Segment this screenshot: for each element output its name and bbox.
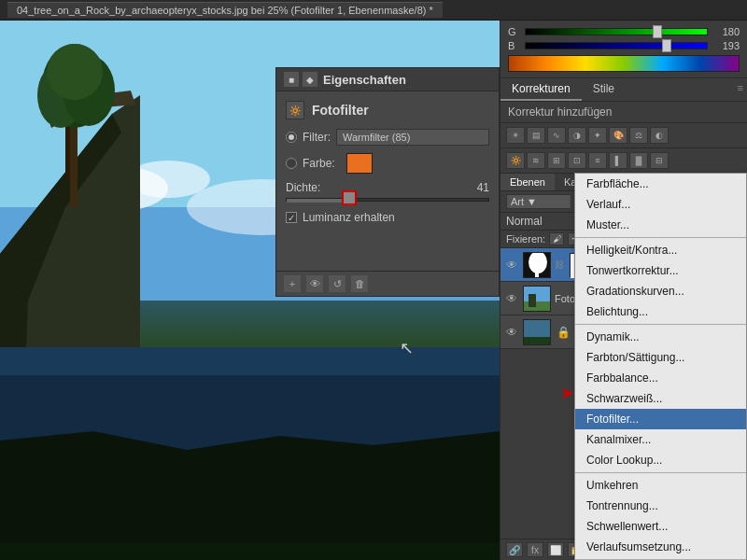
slider-thumb-arrow: ▲ bbox=[345, 193, 354, 203]
layer-thumb-3 bbox=[523, 319, 551, 345]
layer-thumb-svg-2 bbox=[524, 287, 551, 312]
menu-separator-2 bbox=[575, 324, 746, 325]
tab-stile[interactable]: Stile bbox=[582, 78, 626, 101]
fotofilter-title: Fotofilter bbox=[312, 103, 369, 118]
menu-item-farbton[interactable]: Farbton/Sättigung... bbox=[575, 347, 746, 368]
g-slider-row: G 180 bbox=[508, 26, 740, 37]
korr-icon-bw[interactable]: ◐ bbox=[650, 127, 669, 144]
korr-icon-levels[interactable]: ▤ bbox=[527, 127, 545, 144]
slider-fill bbox=[287, 199, 343, 203]
menu-item-kanalmixer[interactable]: Kanalmixer... bbox=[575, 429, 746, 450]
dichte-slider-track bbox=[286, 198, 489, 202]
svg-marker-19 bbox=[0, 431, 500, 543]
korrekturen-tabs: Korrekturen Stile ≡ bbox=[500, 78, 747, 102]
menu-item-muster[interactable]: Muster... bbox=[575, 215, 746, 235]
menu-item-farbbalance[interactable]: Farbbalance... bbox=[575, 368, 746, 388]
menu-separator-3 bbox=[575, 472, 746, 473]
layer-thumb-2 bbox=[523, 286, 551, 312]
menu-item-tonwert[interactable]: Tonwertkorrektur... bbox=[575, 260, 746, 281]
b-slider-thumb[interactable] bbox=[662, 39, 671, 52]
korr-icon-threshold[interactable]: ▌ bbox=[609, 152, 627, 169]
panel-header: ■ ◆ Eigenschaften bbox=[276, 68, 499, 91]
korr-icon-hue[interactable]: 🎨 bbox=[609, 127, 627, 144]
layer-chain-1: ⛓ bbox=[555, 259, 564, 270]
slider-thumb[interactable]: ▲ bbox=[343, 191, 356, 204]
footer-icon-link[interactable]: 🔗 bbox=[506, 542, 523, 557]
korr-icon-gradient[interactable]: ▓ bbox=[629, 152, 648, 169]
korr-icon-posterize[interactable]: ≡ bbox=[588, 152, 607, 169]
b-slider-track[interactable] bbox=[525, 42, 708, 49]
b-slider-row: B 193 bbox=[508, 40, 740, 51]
tab-ebenen[interactable]: Ebenen bbox=[500, 174, 555, 190]
korr-icon-channelmixer[interactable]: ≋ bbox=[527, 152, 545, 169]
dropdown-menu: Farbfläche... Verlauf... Muster... Helli… bbox=[574, 173, 747, 560]
farbe-row: Farbe: bbox=[286, 153, 489, 174]
korr-icon-exposure[interactable]: ◑ bbox=[568, 127, 586, 144]
dichte-row: Dichte: 41 bbox=[286, 181, 489, 194]
svg-rect-27 bbox=[529, 294, 536, 307]
footer-icon-delete[interactable]: 🗑 bbox=[351, 275, 368, 292]
layer-eye-3[interactable]: 👁 bbox=[504, 325, 519, 340]
footer-icon-reset[interactable]: ↺ bbox=[329, 275, 345, 292]
menu-item-colorlookup[interactable]: Color Lookup... bbox=[575, 450, 746, 470]
art-dropdown[interactable]: Art ▼ bbox=[506, 194, 571, 209]
menu-item-helligkeit[interactable]: Helligkeit/Kontra... bbox=[575, 240, 746, 260]
right-panel: G 180 B 193 bbox=[500, 21, 747, 560]
footer-icon-mask[interactable]: ⬜ bbox=[547, 542, 564, 557]
g-slider-track[interactable] bbox=[525, 28, 708, 35]
color-swatch[interactable] bbox=[346, 153, 373, 174]
layer-thumb-1 bbox=[523, 252, 551, 278]
menu-item-umkehren[interactable]: Umkehren bbox=[575, 475, 746, 496]
b-slider-bar bbox=[525, 42, 708, 49]
background-lock-icon: 🔒 bbox=[557, 326, 571, 339]
footer-icon-eye[interactable]: 👁 bbox=[306, 275, 323, 292]
korr-icon-curves[interactable]: ∿ bbox=[547, 127, 566, 144]
korr-icon-colorlookup[interactable]: ⊞ bbox=[547, 152, 566, 169]
korr-icon-colorbalance[interactable]: ⚖ bbox=[629, 127, 648, 144]
document-title: 04_tree_on_a_Rock_by_archaeopteryx_stock… bbox=[17, 5, 433, 16]
dichte-slider-container: ▲ bbox=[286, 198, 489, 202]
menu-item-schwellenwert[interactable]: Schwellenwert... bbox=[575, 516, 746, 537]
menu-item-dynamik[interactable]: Dynamik... bbox=[575, 327, 746, 347]
menu-item-farbflaeche[interactable]: Farbfläche... bbox=[575, 174, 746, 194]
luminanz-checkbox[interactable]: ✓ bbox=[286, 212, 297, 223]
menu-item-schwarzweiss[interactable]: Schwarzweiß... bbox=[575, 388, 746, 409]
tab-korrekturen[interactable]: Korrekturen bbox=[500, 78, 582, 101]
korr-icon-photofilter[interactable]: 🔆 bbox=[506, 152, 525, 169]
b-label: B bbox=[508, 40, 519, 51]
korr-icons-row-2: 🔆 ≋ ⊞ ⊡ ≡ ▌ ▓ ⊟ bbox=[500, 148, 747, 174]
korr-icon-brightness[interactable]: ☀ bbox=[506, 127, 525, 144]
menu-item-belichtung[interactable]: Belichtung... bbox=[575, 301, 746, 322]
korr-icon-vibrance[interactable]: ✦ bbox=[588, 127, 607, 144]
layer-eye-1[interactable]: 👁 bbox=[504, 258, 519, 273]
panel-header-icons: ■ ◆ bbox=[284, 72, 317, 87]
menu-item-tontrennung[interactable]: Tontrennung... bbox=[575, 496, 746, 516]
footer-icon-add[interactable]: + bbox=[284, 275, 301, 292]
menu-item-verlauf[interactable]: Verlauf... bbox=[575, 194, 746, 215]
filter-radio[interactable] bbox=[286, 132, 297, 143]
slider-thumb-wrapper[interactable]: ▲ bbox=[343, 191, 356, 204]
menu-item-fotofilter[interactable]: Fotofilter... bbox=[575, 409, 746, 429]
menu-item-gradation[interactable]: Gradationskurven... bbox=[575, 281, 746, 301]
fotofilter-icon: 🔆 bbox=[286, 101, 304, 119]
panel-icon-layers[interactable]: ■ bbox=[284, 72, 299, 87]
luminanz-row: ✓ Luminanz erhalten bbox=[286, 211, 489, 224]
korr-icon-invert[interactable]: ⊡ bbox=[568, 152, 586, 169]
svg-rect-22 bbox=[535, 270, 539, 278]
menu-item-verlaufsumsetzung[interactable]: Verlaufsumsetzung... bbox=[575, 537, 746, 557]
dichte-value: 41 bbox=[477, 181, 489, 194]
farbe-radio[interactable] bbox=[286, 158, 297, 169]
g-slider-bar bbox=[525, 28, 708, 35]
panel-menu-icon[interactable]: ≡ bbox=[734, 78, 747, 101]
panel-content: 🔆 Fotofilter Filter: Warmfilter (85) Far… bbox=[276, 91, 499, 233]
g-label: G bbox=[508, 26, 519, 37]
layer-eye-2[interactable]: 👁 bbox=[504, 291, 519, 306]
document-tab[interactable]: 04_tree_on_a_Rock_by_archaeopteryx_stock… bbox=[7, 2, 443, 18]
footer-icon-fx[interactable]: fx bbox=[527, 542, 543, 557]
fix-icon-brush[interactable]: 🖌 bbox=[549, 232, 564, 245]
korr-icon-selective[interactable]: ⊟ bbox=[650, 152, 669, 169]
panel-icon-adjust[interactable]: ◆ bbox=[303, 72, 317, 87]
panel-footer: + 👁 ↺ 🗑 bbox=[276, 271, 499, 296]
filter-dropdown[interactable]: Warmfilter (85) bbox=[336, 129, 489, 146]
g-slider-thumb[interactable] bbox=[653, 25, 662, 38]
